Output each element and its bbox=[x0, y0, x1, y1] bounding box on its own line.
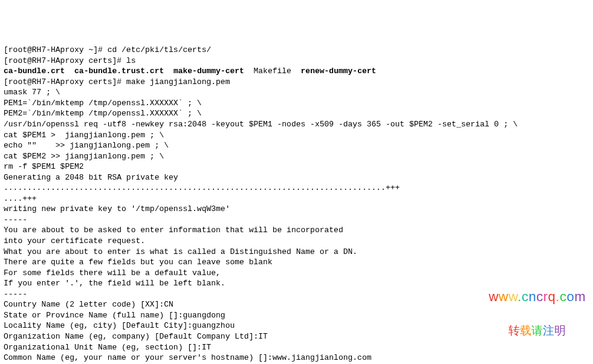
file-entry: make-dummy-cert bbox=[173, 67, 244, 76]
user-input: CN bbox=[164, 300, 173, 309]
prompt-question: Locality Name (eg, city) [Default City]: bbox=[4, 321, 192, 330]
output-line: rm -f $PEM1 $PEM2 bbox=[4, 161, 589, 172]
user-input: IT bbox=[202, 343, 212, 352]
output-line: cat $PEM2 >> jiangjianlong.pem ; \ bbox=[4, 151, 589, 162]
prompt-question: State or Province Name (full name) []: bbox=[4, 311, 183, 320]
output-line: ----- bbox=[4, 289, 589, 300]
command-text: ls bbox=[126, 56, 136, 65]
prompt-question: Country Name (2 letter code) [XX]: bbox=[4, 300, 164, 309]
output-line: PEM1=`/bin/mktemp /tmp/openssl.XXXXXX` ;… bbox=[4, 98, 589, 109]
output-line: PEM2=`/bin/mktemp /tmp/openssl.XXXXXX` ;… bbox=[4, 108, 589, 119]
user-input: guangzhou bbox=[192, 321, 235, 330]
output-line: There are quite a few fields but you can… bbox=[4, 257, 589, 268]
output-line: /usr/bin/openssl req -utf8 -newkey rsa:2… bbox=[4, 119, 589, 130]
user-input: IT bbox=[258, 332, 268, 341]
output-line: Generating a 2048 bit RSA private key bbox=[4, 172, 589, 183]
output-line: cat $PEM1 > jiangjianlong.pem ; \ bbox=[4, 130, 589, 141]
output-line: into your certificate request. bbox=[4, 236, 589, 247]
prompt-question: Organization Name (eg, company) [Default… bbox=[4, 332, 258, 341]
shell-prompt: [root@RH7-HAproxy ~]# bbox=[4, 45, 108, 54]
file-entry: renew-dummy-cert bbox=[301, 67, 377, 76]
output-line: writing new private key to '/tmp/openssl… bbox=[4, 204, 589, 215]
shell-prompt: [root@RH7-HAproxy certs]# bbox=[4, 77, 126, 86]
shell-prompt: [root@RH7-HAproxy certs]# bbox=[4, 56, 126, 65]
file-entry: Makefile bbox=[254, 67, 291, 76]
output-line: ........................................… bbox=[4, 183, 589, 193]
command-text: make jiangjianlong.pem bbox=[126, 77, 230, 86]
output-line: echo "" >> jiangjianlong.pem ; \ bbox=[4, 140, 589, 151]
output-line: umask 77 ; \ bbox=[4, 87, 589, 98]
output-line: You are about to be asked to enter infor… bbox=[4, 225, 589, 236]
terminal-output: [root@RH7-HAproxy ~]# cd /etc/pki/tls/ce… bbox=[4, 45, 589, 364]
user-input: www.jiangjianlong.com bbox=[273, 353, 372, 362]
output-line: ....+++ bbox=[4, 193, 589, 204]
output-line: If you enter '.', the field will be left… bbox=[4, 278, 589, 289]
file-entry: ca-bundle.crt bbox=[4, 67, 65, 76]
prompt-question: Common Name (eg, your name or your serve… bbox=[4, 353, 273, 362]
output-line: ----- bbox=[4, 215, 589, 226]
output-line: What you are about to enter is what is c… bbox=[4, 247, 589, 258]
prompt-question: Organizational Unit Name (eg, section) [… bbox=[4, 343, 202, 352]
output-line: For some fields there will be a default … bbox=[4, 268, 589, 279]
file-entry: ca-bundle.trust.crt bbox=[74, 67, 164, 76]
command-text: cd /etc/pki/tls/certs/ bbox=[108, 45, 212, 54]
user-input: guangdong bbox=[183, 311, 225, 320]
